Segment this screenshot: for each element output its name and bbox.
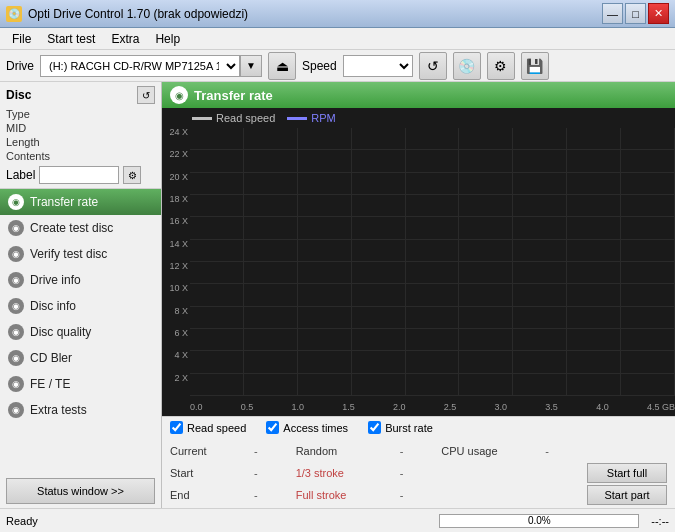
label-field-label: Label (6, 168, 35, 182)
y-label-14: 14 X (164, 240, 188, 249)
menu-file[interactable]: File (4, 30, 39, 48)
random-value: - (396, 445, 442, 457)
legend-rpm: RPM (287, 112, 335, 124)
status-progress-text: 0.0% (440, 515, 638, 527)
status-time: --:-- (643, 515, 669, 527)
disc-info-label: Disc info (30, 299, 76, 313)
drivebar: Drive (H:) RACGH CD-R/RW MP7125A 1&10 ▼ … (0, 50, 675, 82)
start-part-button[interactable]: Start part (587, 485, 667, 505)
drive-label: Drive (6, 59, 34, 73)
checkbox-burst-rate-label: Burst rate (385, 422, 433, 434)
panel-header-text: Transfer rate (194, 88, 273, 103)
legend-read-speed: Read speed (192, 112, 275, 124)
cd-bler-label: CD Bler (30, 351, 72, 365)
menubar: File Start test Extra Help (0, 28, 675, 50)
sidebar-item-disc-info[interactable]: ◉ Disc info (0, 293, 161, 319)
disc-header: Disc ↺ (6, 86, 155, 104)
chart-x-labels: 0.0 0.5 1.0 1.5 2.0 2.5 3.0 3.5 4.0 4.5 … (190, 402, 675, 412)
checkbox-burst-rate-input[interactable] (368, 421, 381, 434)
status-progress-container: 0.0% (439, 514, 639, 528)
cpu-usage-value: - (541, 445, 587, 457)
legend-read-label: Read speed (216, 112, 275, 124)
current-value: - (250, 445, 296, 457)
y-label-18: 18 X (164, 195, 188, 204)
y-label-4: 4 X (164, 351, 188, 360)
x-label-25: 2.5 (444, 402, 457, 412)
sidebar-item-transfer-rate[interactable]: ◉ Transfer rate (0, 189, 161, 215)
sidebar-item-cd-bler[interactable]: ◉ CD Bler (0, 345, 161, 371)
checkbox-read-speed[interactable]: Read speed (170, 421, 246, 434)
minimize-button[interactable]: — (602, 3, 623, 24)
disc-type-label: Type (6, 108, 155, 120)
end-label: End (170, 489, 250, 501)
close-button[interactable]: ✕ (648, 3, 669, 24)
checkbox-burst-rate[interactable]: Burst rate (368, 421, 433, 434)
save-button[interactable]: 💾 (521, 52, 549, 80)
checkbox-access-times-label: Access times (283, 422, 348, 434)
sidebar-item-extra-tests[interactable]: ◉ Extra tests (0, 397, 161, 423)
end-value: - (250, 489, 296, 501)
disc-info-icon: ◉ (8, 298, 24, 314)
sidebar: Disc ↺ Type MID Length Contents Label ⚙ … (0, 82, 162, 508)
start-full-button[interactable]: Start full (587, 463, 667, 483)
chart-grid: // Generate grid cells for(let r=0; r<12… (190, 128, 675, 396)
fe-te-label: FE / TE (30, 377, 70, 391)
sidebar-item-verify-test-disc[interactable]: ◉ Verify test disc (0, 241, 161, 267)
current-label: Current (170, 445, 250, 457)
label-input[interactable] (39, 166, 119, 184)
speed-select[interactable] (343, 55, 413, 77)
stroke13-label: 1/3 stroke (296, 467, 396, 479)
extra-tests-label: Extra tests (30, 403, 87, 417)
disc-label: Disc (6, 88, 31, 102)
drive-refresh-button[interactable]: ▼ (240, 55, 262, 77)
legend-rpm-color (287, 117, 307, 120)
create-test-disc-icon: ◉ (8, 220, 24, 236)
checkbox-read-speed-input[interactable] (170, 421, 183, 434)
settings-button[interactable]: ⚙ (487, 52, 515, 80)
label-row: Label ⚙ (6, 166, 155, 184)
y-label-6: 6 X (164, 329, 188, 338)
verify-test-disc-label: Verify test disc (30, 247, 107, 261)
y-label-20: 20 X (164, 173, 188, 182)
x-label-45: 4.5 GB (647, 402, 675, 412)
drive-select[interactable]: (H:) RACGH CD-R/RW MP7125A 1&10 (40, 55, 240, 77)
x-label-40: 4.0 (596, 402, 609, 412)
speed-label: Speed (302, 59, 337, 73)
cd-bler-icon: ◉ (8, 350, 24, 366)
status-window-button[interactable]: Status window >> (6, 478, 155, 504)
main-content: Disc ↺ Type MID Length Contents Label ⚙ … (0, 82, 675, 508)
menu-start-test[interactable]: Start test (39, 30, 103, 48)
sidebar-item-create-test-disc[interactable]: ◉ Create test disc (0, 215, 161, 241)
sidebar-item-disc-quality[interactable]: ◉ Disc quality (0, 319, 161, 345)
disc-icon-button[interactable]: 💿 (453, 52, 481, 80)
maximize-button[interactable]: □ (625, 3, 646, 24)
y-label-16: 16 X (164, 217, 188, 226)
disc-section: Disc ↺ Type MID Length Contents Label ⚙ (0, 82, 161, 189)
disc-quality-label: Disc quality (30, 325, 91, 339)
x-label-30: 3.0 (495, 402, 508, 412)
speed-refresh-button[interactable]: ↺ (419, 52, 447, 80)
checkbox-read-speed-label: Read speed (187, 422, 246, 434)
right-panel: ◉ Transfer rate Read speed RPM 24 X 22 X (162, 82, 675, 508)
checkbox-access-times-input[interactable] (266, 421, 279, 434)
menu-extra[interactable]: Extra (103, 30, 147, 48)
x-label-0: 0.0 (190, 402, 203, 412)
checkbox-access-times[interactable]: Access times (266, 421, 348, 434)
create-test-disc-label: Create test disc (30, 221, 113, 235)
menu-help[interactable]: Help (147, 30, 188, 48)
y-label-22: 22 X (164, 150, 188, 159)
drive-info-icon: ◉ (8, 272, 24, 288)
disc-refresh-icon[interactable]: ↺ (137, 86, 155, 104)
verify-test-disc-icon: ◉ (8, 246, 24, 262)
sidebar-item-fe-te[interactable]: ◉ FE / TE (0, 371, 161, 397)
label-icon-button[interactable]: ⚙ (123, 166, 141, 184)
nav-items: ◉ Transfer rate ◉ Create test disc ◉ Ver… (0, 189, 161, 474)
stats-section: Current - Random - CPU usage - Start - 1… (162, 438, 675, 508)
app-icon: 💿 (6, 6, 22, 22)
x-label-05: 0.5 (241, 402, 254, 412)
sidebar-item-drive-info[interactable]: ◉ Drive info (0, 267, 161, 293)
cpu-usage-label: CPU usage (441, 445, 541, 457)
drive-eject-button[interactable]: ⏏ (268, 52, 296, 80)
stats-row-current: Current - Random - CPU usage - (170, 440, 667, 462)
panel-header: ◉ Transfer rate (162, 82, 675, 108)
